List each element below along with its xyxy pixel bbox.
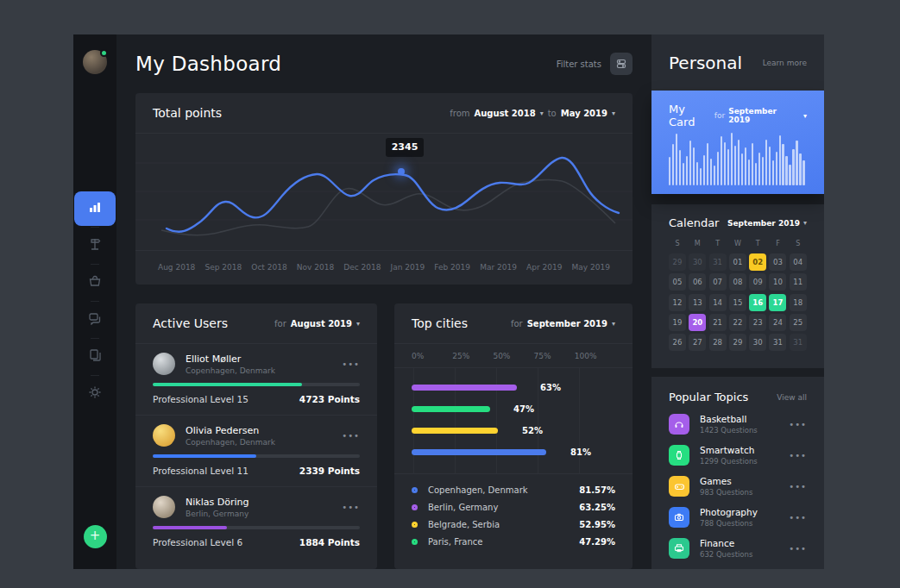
axis-tick: 75% xyxy=(534,352,575,360)
user-avatar[interactable] xyxy=(83,50,107,74)
my-card-bar xyxy=(693,147,695,185)
calendar-day[interactable]: 08 xyxy=(729,273,746,291)
topic-row[interactable]: Basketball 1423 Questions ••• xyxy=(669,414,807,435)
documents-icon xyxy=(88,348,102,366)
chevron-down-icon[interactable]: ▾ xyxy=(803,112,807,120)
my-card-title: My Card xyxy=(669,103,714,128)
calendar-day[interactable]: 19 xyxy=(669,314,686,331)
calendar-day[interactable]: 29 xyxy=(729,334,746,351)
calendar-day[interactable]: 18 xyxy=(790,294,807,311)
calendar-day[interactable]: 31 xyxy=(790,334,807,351)
user-menu-button[interactable]: ••• xyxy=(342,360,360,369)
avatar xyxy=(153,424,175,447)
calendar-day[interactable]: 16 xyxy=(749,294,766,311)
calendar-day[interactable]: 11 xyxy=(790,273,807,291)
calendar-day[interactable]: 25 xyxy=(790,314,807,331)
calendar-day[interactable]: 07 xyxy=(709,273,727,291)
headphones-icon xyxy=(669,414,689,435)
user-points: 2339 Points xyxy=(299,466,360,476)
topic-menu-button[interactable]: ••• xyxy=(789,482,807,491)
from-date-dropdown[interactable]: August 2018 xyxy=(475,109,536,118)
calendar-day[interactable]: 31 xyxy=(769,334,786,351)
calendar-day[interactable]: 15 xyxy=(729,294,746,311)
personal-title: Personal xyxy=(669,53,742,73)
weekday-label: S xyxy=(790,240,807,247)
learn-more-link[interactable]: Learn more xyxy=(763,59,807,67)
topic-row[interactable]: Games 983 Questions ••• xyxy=(669,476,807,497)
calendar-day[interactable]: 26 xyxy=(669,334,686,351)
sidebar-item-directions[interactable] xyxy=(74,228,116,263)
topic-questions: 1423 Questions xyxy=(700,426,758,435)
topic-menu-button[interactable]: ••• xyxy=(789,513,807,522)
filter-stats-button[interactable] xyxy=(610,53,633,75)
line-chart-svg xyxy=(135,134,633,250)
topic-menu-button[interactable]: ••• xyxy=(789,451,807,460)
user-menu-button[interactable]: ••• xyxy=(342,503,360,512)
topic-menu-button[interactable]: ••• xyxy=(789,544,807,554)
calendar-day[interactable]: 30 xyxy=(749,334,766,351)
view-all-link[interactable]: View all xyxy=(777,393,807,402)
to-date-dropdown[interactable]: May 2019 xyxy=(561,109,607,118)
chevron-down-icon[interactable]: ▾ xyxy=(612,109,615,117)
sidebar-item-messages[interactable] xyxy=(74,303,116,337)
axis-tick: 50% xyxy=(493,352,533,360)
topic-row[interactable]: Smartwatch 1299 Questions ••• xyxy=(669,445,807,466)
user-row: Elliot Møller Copenhagen, Denmark ••• Pr… xyxy=(135,344,377,416)
calendar-day[interactable]: 14 xyxy=(709,294,727,311)
sidebar-item-stats[interactable] xyxy=(74,191,116,226)
my-card-bar xyxy=(765,140,767,185)
topic-row[interactable]: Photography 788 Questions ••• xyxy=(669,507,807,528)
calendar-day[interactable]: 02 xyxy=(749,253,766,271)
calendar-day[interactable]: 01 xyxy=(729,253,746,271)
chart-data-point[interactable] xyxy=(398,168,405,175)
city-bar xyxy=(412,449,546,455)
camera-icon xyxy=(669,507,689,528)
top-cities-period-dropdown[interactable]: September 2019 xyxy=(527,319,607,328)
calendar-day[interactable]: 03 xyxy=(769,253,786,271)
calendar-day[interactable]: 20 xyxy=(689,314,706,331)
topic-row[interactable]: Finance 632 Questions ••• xyxy=(669,538,807,559)
my-card-bar xyxy=(772,160,774,185)
chevron-down-icon[interactable]: ▾ xyxy=(803,219,807,227)
legend-marker xyxy=(412,539,418,545)
calendar-day[interactable]: 05 xyxy=(669,273,686,291)
add-button[interactable]: + xyxy=(84,525,107,548)
axis-tick: 25% xyxy=(452,352,493,360)
calendar-day[interactable]: 06 xyxy=(689,273,706,291)
chevron-down-icon[interactable]: ▾ xyxy=(540,109,544,117)
chevron-down-icon[interactable]: ▾ xyxy=(356,320,360,328)
calendar-day[interactable]: 29 xyxy=(669,253,686,271)
calendar-day[interactable]: 21 xyxy=(709,314,727,331)
user-location: Copenhagen, Denmark xyxy=(186,366,275,375)
calendar-day[interactable]: 27 xyxy=(689,334,706,351)
my-card-period-dropdown[interactable]: September 2019 xyxy=(728,107,800,124)
calendar-day[interactable]: 13 xyxy=(689,294,706,311)
calendar-day[interactable]: 23 xyxy=(749,314,766,331)
main-header: My Dashboard Filter stats xyxy=(116,34,651,93)
active-users-period-dropdown[interactable]: August 2019 xyxy=(291,319,352,328)
calendar-day[interactable]: 09 xyxy=(749,273,766,291)
calendar-day[interactable]: 10 xyxy=(769,273,786,291)
chevron-down-icon[interactable]: ▾ xyxy=(612,320,615,328)
calendar-day[interactable]: 04 xyxy=(790,253,807,271)
city-bar xyxy=(412,406,490,412)
calendar-day[interactable]: 12 xyxy=(669,294,686,311)
calendar-day[interactable]: 17 xyxy=(769,294,786,311)
topic-menu-button[interactable]: ••• xyxy=(789,420,807,429)
sidebar-item-documents[interactable] xyxy=(74,340,116,374)
filter-stats-icon xyxy=(616,56,626,72)
calendar-day[interactable]: 22 xyxy=(729,314,746,331)
calendar-day[interactable]: 28 xyxy=(709,334,727,351)
calendar-day[interactable]: 31 xyxy=(709,253,727,271)
sidebar-item-shop[interactable] xyxy=(74,266,116,300)
sidebar-item-settings[interactable] xyxy=(74,377,116,411)
calendar-day[interactable]: 24 xyxy=(769,314,786,331)
my-card-bar xyxy=(762,157,764,185)
online-status-dot xyxy=(100,49,108,57)
axis-tick: 0% xyxy=(412,352,452,360)
user-name: Olivia Pedersen xyxy=(186,425,275,436)
calendar-day[interactable]: 30 xyxy=(689,253,706,271)
sidebar: + xyxy=(73,34,116,569)
calendar-period-dropdown[interactable]: September 2019 xyxy=(727,219,800,228)
user-menu-button[interactable]: ••• xyxy=(342,431,360,441)
